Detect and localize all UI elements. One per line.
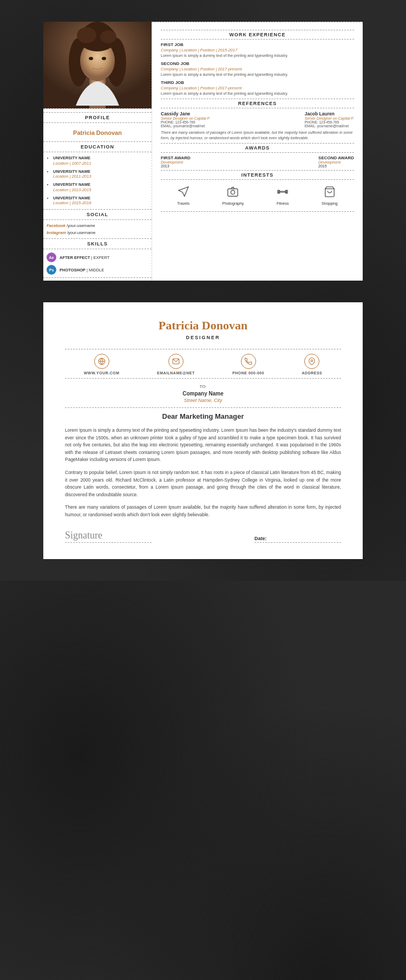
- svg-point-11: [100, 30, 116, 43]
- ref-2-email: EMAIL: yourname@mail/net: [305, 124, 354, 128]
- left-top-section: PROFILE Patricia Donovan EDUCATION UNIVE…: [43, 108, 152, 278]
- award-1-name: FIRST AWARD: [161, 155, 191, 160]
- job-company-3: Company | Location | Position | 2017-pre…: [161, 86, 354, 90]
- contact-address: ADDRESS: [302, 354, 323, 375]
- to-address: Street Name, City: [65, 398, 341, 403]
- interest-shopping: Shopping: [322, 186, 338, 205]
- edu-loc-4: Location | 2015-2018: [53, 200, 152, 206]
- award-2-year: 2015: [318, 164, 354, 168]
- ref-2-name: Jacob Lauren: [305, 111, 354, 116]
- address-icon: [304, 354, 319, 369]
- contact-email-label: EMAILNAME@NET: [157, 371, 195, 375]
- web-icon: [94, 354, 109, 369]
- award-2-cat: Development: [318, 160, 354, 164]
- ae-skill-text: AFTER EFFECT | EXPERT: [60, 255, 109, 260]
- social-facebook: Facebook /your-username: [47, 223, 148, 228]
- cover-para-2: Contrary to popular belief, Lorem Ipsum …: [65, 469, 341, 498]
- contact-email: EMAILNAME@NET: [157, 354, 195, 375]
- ref-1-title: Senior Designer on Capital P.: [161, 116, 210, 120]
- education-list: UNIVERSITY NAME Location | 2007-2011 UNI…: [43, 155, 152, 206]
- edu-loc-3: Location | 2013-2015: [53, 187, 152, 193]
- awards-row: FIRST AWARD Development 2013 SECOND AWAR…: [161, 155, 354, 168]
- email-icon: [168, 354, 184, 369]
- ref-quote: There are many variations of passages of…: [161, 130, 354, 141]
- ref-2-phone: PHONE: 123-456-789: [305, 120, 354, 124]
- signature-text: Signature: [65, 530, 152, 543]
- interest-photography-label: Photography: [222, 202, 244, 205]
- contact-row: WWW.YOUR.COM EMAILNAME@NET PHONE 000-: [65, 349, 341, 378]
- cover-para-3: There are many variations of passages of…: [65, 504, 341, 518]
- resume-left-panel: PROFILE Patricia Donovan EDUCATION UNIVE…: [43, 22, 152, 281]
- svg-point-13: [231, 190, 235, 194]
- award-2: SECOND AWARD Development 2015: [318, 155, 354, 168]
- ref-1-name: Cassidy Jane: [161, 111, 210, 116]
- awards-section-label: AWARDS: [161, 143, 354, 153]
- contact-section: WWW.YOUR.COM EMAILNAME@NET PHONE 000-: [65, 349, 341, 379]
- edu-univ-4: UNIVERSITY NAME: [53, 196, 90, 200]
- resume-right-panel: WORK EXPERIENCE FIRST JOB Company | Loca…: [152, 22, 363, 281]
- contact-address-label: ADDRESS: [302, 371, 323, 375]
- interest-fitness-label: Fitness: [277, 202, 289, 205]
- job-desc-2: Lorem Ipsum is simply a dummy text of th…: [161, 72, 354, 77]
- to-label: TO:: [65, 384, 341, 389]
- job-desc-1: Lorem Ipsum is simply a dummy text of th…: [161, 53, 354, 59]
- to-section: TO: Company Name Street Name, City: [65, 384, 341, 403]
- social-section-label: SOCIAL: [43, 209, 152, 220]
- photography-icon: [227, 186, 239, 200]
- social-instagram: Instagram /your-username: [47, 230, 148, 235]
- ps-badge: Ps: [47, 265, 56, 275]
- profile-photo: [43, 22, 152, 108]
- cover-title: DESIGNER: [65, 335, 341, 340]
- interest-travels: Travels: [177, 186, 189, 205]
- edu-item-2: UNIVERSITY NAME Location | 2011-2013: [53, 169, 152, 180]
- cover-para-1: Lorem Ipsum is simply a dummy text of th…: [65, 427, 341, 464]
- svg-rect-14: [280, 191, 286, 192]
- job-company-2: Company | Location | Position | 2017-pre…: [161, 67, 354, 72]
- ref-1-email: EMAIL: yourname@mail/net: [161, 124, 210, 128]
- greeting: Dear Marketing Manager: [65, 412, 341, 420]
- ref-1: Cassidy Jane Senior Designer on Capital …: [161, 111, 210, 128]
- travels-icon: [178, 186, 189, 200]
- interest-fitness: Fitness: [277, 186, 289, 205]
- skill-ps: Ps PHOTOSHOP | MIDDLE: [47, 265, 148, 275]
- skill-ae: Ae AFTER EFFECT | EXPERT: [47, 252, 148, 262]
- interest-photography: Photography: [222, 186, 244, 205]
- cover-name: Patricia Donovan: [65, 319, 341, 333]
- svg-rect-17: [279, 191, 280, 193]
- edu-univ-3: UNIVERSITY NAME: [53, 182, 90, 187]
- ae-badge: Ae: [47, 252, 56, 262]
- ps-skill-text: PHOTOSHOP | MIDDLE: [60, 268, 104, 272]
- profile-photo-figure: [43, 22, 152, 108]
- edu-item-1: UNIVERSITY NAME Location | 2007-2011: [53, 155, 152, 166]
- svg-rect-18: [286, 191, 287, 193]
- edu-loc-2: Location | 2011-2013: [53, 174, 152, 179]
- ref-1-phone: PHONE: 123-456-789: [161, 120, 210, 124]
- svg-point-8: [102, 57, 106, 60]
- interests-row: Travels Photography: [161, 183, 354, 209]
- contact-phone-label: PHONE 000-000: [232, 371, 264, 375]
- signature-row: Signature Date:: [65, 530, 341, 543]
- interests-section-label: INTERESTS: [161, 170, 354, 180]
- award-1-year: 2013: [161, 164, 191, 168]
- skills-bottom-sep: [43, 277, 152, 278]
- ref-2: Jacob Lauren Senior Designer on Capital …: [305, 111, 354, 128]
- resume-card: PROFILE Patricia Donovan EDUCATION UNIVE…: [43, 22, 363, 281]
- shopping-icon: [324, 186, 336, 200]
- job-title-3: THIRD JOB: [161, 80, 354, 85]
- edu-item-4: UNIVERSITY NAME Location | 2015-2018: [53, 196, 152, 206]
- interest-shopping-label: Shopping: [322, 202, 338, 205]
- interest-travels-label: Travels: [177, 202, 189, 205]
- contact-web-label: WWW.YOUR.COM: [84, 371, 120, 375]
- references-row: Cassidy Jane Senior Designer on Capital …: [161, 111, 354, 128]
- svg-point-10: [77, 27, 96, 43]
- phone-icon: [241, 354, 256, 369]
- award-1: FIRST AWARD Development 2013: [161, 155, 191, 168]
- profile-name: Patricia Donovan: [43, 126, 152, 138]
- skills-section-label: SKILLS: [43, 238, 152, 249]
- contact-web: WWW.YOUR.COM: [84, 354, 120, 375]
- to-separator: [65, 407, 341, 408]
- education-section-label: EDUCATION: [43, 141, 152, 152]
- ref-2-title: Senior Designer on Capital P.: [305, 116, 354, 120]
- edu-univ-1: UNIVERSITY NAME: [53, 155, 90, 160]
- svg-point-23: [311, 360, 313, 362]
